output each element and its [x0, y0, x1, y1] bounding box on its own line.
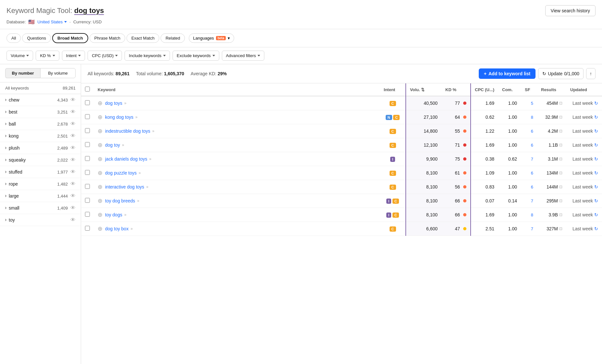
- sf-link[interactable]: 6: [531, 171, 533, 176]
- keyword-link[interactable]: dog toys: [105, 101, 122, 106]
- sidebar-item[interactable]: toy 👁: [0, 214, 81, 226]
- by-volume-button[interactable]: By volume: [40, 68, 76, 78]
- eye-icon[interactable]: 👁: [70, 169, 76, 175]
- col-header-kd[interactable]: KD %: [441, 83, 471, 96]
- keyword-link[interactable]: dog toy box: [105, 226, 128, 231]
- sidebar-item[interactable]: large 1,444 👁: [0, 190, 81, 202]
- refresh-icon[interactable]: ↻: [594, 156, 598, 162]
- add-to-keyword-list-button[interactable]: + Add to keyword list: [479, 68, 536, 79]
- view-history-button[interactable]: View search history: [545, 5, 596, 16]
- eye-icon[interactable]: 👁: [70, 109, 76, 115]
- eye-icon[interactable]: 👁: [70, 217, 76, 223]
- add-keyword-icon[interactable]: ⊕: [98, 114, 102, 121]
- row-checkbox[interactable]: [85, 212, 90, 217]
- keyword-link[interactable]: jack daniels dog toys: [105, 156, 147, 162]
- refresh-icon[interactable]: ↻: [594, 170, 598, 176]
- update-button[interactable]: ↻ Update 0/1,000: [538, 68, 584, 79]
- add-keyword-icon[interactable]: ⊕: [98, 100, 102, 107]
- refresh-icon[interactable]: ↻: [594, 115, 598, 120]
- sf-link[interactable]: 7: [531, 226, 533, 231]
- tab-exact-match[interactable]: Exact Match: [126, 33, 160, 43]
- sidebar-header: All keywords 89,261: [0, 82, 81, 94]
- refresh-icon[interactable]: ↻: [594, 226, 598, 231]
- sidebar-item[interactable]: ball 2,678 👁: [0, 118, 81, 130]
- row-checkbox[interactable]: [85, 198, 90, 203]
- tab-broad-match[interactable]: Broad Match: [52, 33, 88, 43]
- eye-icon[interactable]: 👁: [70, 181, 76, 187]
- exclude-keywords-filter[interactable]: Exclude keywords: [173, 51, 219, 61]
- advanced-filters[interactable]: Advanced filters: [222, 51, 265, 61]
- sidebar-item[interactable]: stuffed 1,977 👁: [0, 166, 81, 178]
- col-header-volume[interactable]: Volu. ⇅: [406, 83, 441, 96]
- keyword-link[interactable]: toy dogs: [105, 212, 122, 217]
- eye-icon[interactable]: 👁: [70, 205, 76, 211]
- row-checkbox[interactable]: [85, 184, 90, 189]
- refresh-icon[interactable]: ↻: [594, 128, 598, 134]
- sf-link[interactable]: 7: [531, 157, 533, 162]
- add-keyword-icon[interactable]: ⊕: [98, 225, 102, 232]
- eye-icon[interactable]: 👁: [70, 97, 76, 103]
- sf-link[interactable]: 5: [531, 101, 533, 106]
- tab-all[interactable]: All: [6, 33, 21, 43]
- eye-icon[interactable]: 👁: [70, 193, 76, 199]
- add-keyword-icon[interactable]: ⊕: [98, 211, 102, 218]
- keyword-link[interactable]: kong dog toys: [105, 115, 133, 120]
- refresh-icon[interactable]: ↻: [594, 101, 598, 106]
- tab-phrase-match[interactable]: Phrase Match: [90, 33, 125, 43]
- export-button[interactable]: ↑: [586, 68, 596, 79]
- sf-link[interactable]: 6: [531, 143, 533, 148]
- sidebar-item[interactable]: chew 4,343 👁: [0, 94, 81, 106]
- database-link[interactable]: United States: [37, 19, 67, 24]
- row-checkbox[interactable]: [85, 226, 90, 231]
- row-checkbox[interactable]: [85, 114, 90, 119]
- add-keyword-icon[interactable]: ⊕: [98, 197, 102, 204]
- refresh-icon[interactable]: ↻: [594, 198, 598, 203]
- sidebar-item[interactable]: rope 1,482 👁: [0, 178, 81, 190]
- intent-filter[interactable]: Intent: [62, 51, 85, 61]
- kd-filter[interactable]: KD %: [36, 51, 59, 61]
- sidebar-item[interactable]: squeaky 2,022 👁: [0, 154, 81, 166]
- kd-cell: 66: [441, 194, 471, 208]
- row-checkbox[interactable]: [85, 170, 90, 175]
- keyword-link[interactable]: indestructible dog toys: [105, 128, 150, 134]
- refresh-icon[interactable]: ↻: [594, 142, 598, 148]
- row-checkbox[interactable]: [85, 142, 90, 147]
- sf-link[interactable]: 6: [531, 129, 533, 134]
- tab-related[interactable]: Related: [161, 33, 185, 43]
- eye-icon[interactable]: 👁: [70, 145, 76, 151]
- sidebar-item[interactable]: best 3,251 👁: [0, 106, 81, 118]
- row-checkbox[interactable]: [85, 100, 90, 105]
- keyword-link[interactable]: interactive dog toys: [105, 184, 144, 189]
- sf-link[interactable]: 6: [531, 185, 533, 189]
- add-keyword-icon[interactable]: ⊕: [98, 155, 102, 163]
- keyword-link[interactable]: toy dog breeds: [105, 198, 135, 203]
- eye-icon[interactable]: 👁: [70, 157, 76, 163]
- sidebar-item[interactable]: kong 2,501 👁: [0, 130, 81, 142]
- by-number-button[interactable]: By number: [5, 68, 40, 78]
- add-keyword-icon[interactable]: ⊕: [98, 183, 102, 190]
- sidebar-item[interactable]: small 1,409 👁: [0, 202, 81, 214]
- update-label: Update: [548, 71, 562, 76]
- row-checkbox[interactable]: [85, 156, 90, 161]
- add-keyword-icon[interactable]: ⊕: [98, 127, 102, 135]
- select-all-checkbox[interactable]: [85, 87, 90, 91]
- add-keyword-icon[interactable]: ⊕: [98, 141, 102, 149]
- cpc-filter[interactable]: CPC (USD): [88, 51, 122, 61]
- languages-button[interactable]: Languages beta ▾: [189, 33, 234, 43]
- sf-link[interactable]: 7: [531, 199, 533, 203]
- eye-icon[interactable]: 👁: [70, 133, 76, 139]
- add-keyword-icon[interactable]: ⊕: [98, 169, 102, 176]
- eye-icon[interactable]: 👁: [70, 121, 76, 127]
- sf-link[interactable]: 8: [531, 115, 533, 120]
- sf-link[interactable]: 8: [531, 212, 533, 217]
- tab-questions[interactable]: Questions: [22, 33, 51, 43]
- sidebar-item[interactable]: plush 2,489 👁: [0, 142, 81, 154]
- keyword-link[interactable]: dog toy: [105, 142, 120, 148]
- include-keywords-filter[interactable]: Include keywords: [125, 51, 170, 61]
- refresh-icon[interactable]: ↻: [594, 184, 598, 189]
- row-checkbox[interactable]: [85, 128, 90, 133]
- refresh-icon[interactable]: ↻: [594, 212, 598, 217]
- results-icon: ⊡: [559, 115, 562, 119]
- volume-filter[interactable]: Volume: [6, 51, 33, 61]
- keyword-link[interactable]: dog puzzle toys: [105, 170, 137, 176]
